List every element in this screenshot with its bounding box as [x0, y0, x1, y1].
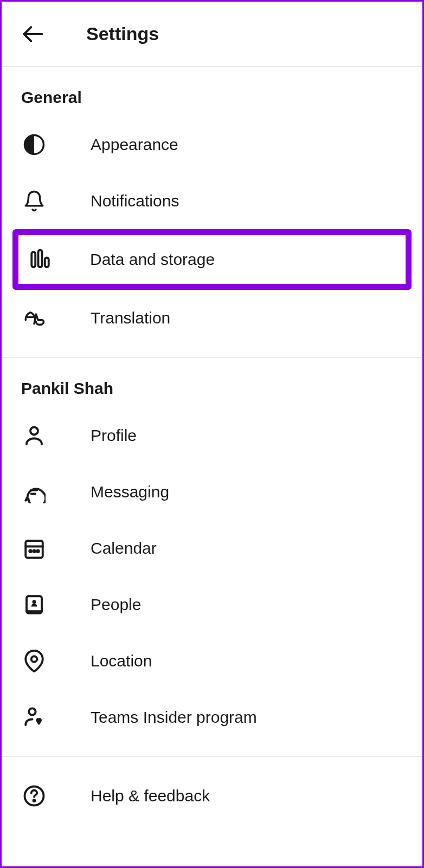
menu-item-data-storage[interactable]: Data and storage: [12, 229, 412, 290]
location-icon: [21, 648, 47, 674]
menu-label: Help & feedback: [91, 787, 210, 805]
page-title: Settings: [86, 23, 159, 44]
svg-point-6: [30, 427, 38, 435]
svg-point-18: [29, 708, 35, 715]
menu-item-notifications[interactable]: Notifications: [2, 173, 422, 229]
menu-label: Profile: [91, 426, 137, 445]
menu-label: Teams Insider program: [91, 708, 257, 727]
svg-point-20: [34, 800, 35, 801]
section-account: Pankil Shah Profile Messaging: [2, 358, 422, 757]
translation-icon: [21, 305, 47, 331]
menu-item-people[interactable]: People: [2, 576, 422, 633]
svg-rect-4: [45, 258, 49, 268]
calendar-icon: [21, 535, 47, 561]
header: Settings: [2, 2, 422, 67]
divider: [2, 756, 422, 757]
arrow-left-icon: [21, 22, 45, 46]
menu-label: People: [91, 595, 141, 614]
menu-item-profile[interactable]: Profile: [2, 407, 422, 464]
bell-icon: [21, 188, 47, 214]
svg-point-13: [37, 550, 39, 553]
insider-icon: [21, 704, 47, 730]
menu-label: Calendar: [91, 539, 157, 558]
profile-icon: [21, 423, 47, 449]
svg-point-12: [33, 550, 35, 553]
menu-item-appearance[interactable]: Appearance: [2, 116, 422, 173]
menu-label: Data and storage: [90, 250, 215, 269]
svg-rect-2: [31, 252, 35, 267]
help-icon: [21, 783, 47, 809]
section-header-account: Pankil Shah: [2, 358, 422, 407]
svg-point-11: [29, 550, 31, 553]
svg-point-16: [33, 600, 36, 604]
menu-label: Location: [91, 652, 152, 670]
menu-item-calendar[interactable]: Calendar: [2, 520, 422, 576]
contacts-icon: [21, 592, 47, 618]
menu-label: Translation: [91, 309, 170, 327]
bars-icon: [27, 247, 53, 273]
menu-item-messaging[interactable]: Messaging: [2, 464, 422, 520]
svg-point-17: [31, 656, 37, 662]
svg-rect-3: [38, 250, 42, 268]
section-general: General Appearance Notifications Da: [2, 67, 422, 358]
menu-item-translation[interactable]: Translation: [2, 290, 422, 346]
section-support: Help & feedback: [2, 768, 422, 824]
menu-label: Messaging: [91, 483, 169, 501]
section-header-general: General: [2, 67, 422, 116]
menu-item-location[interactable]: Location: [2, 633, 422, 689]
menu-label: Notifications: [91, 192, 179, 210]
chat-icon: [21, 479, 47, 505]
menu-item-help[interactable]: Help & feedback: [2, 768, 422, 824]
menu-label: Appearance: [91, 135, 178, 154]
back-button[interactable]: [21, 22, 45, 46]
half-circle-icon: [21, 132, 47, 158]
menu-item-insider[interactable]: Teams Insider program: [2, 689, 422, 746]
